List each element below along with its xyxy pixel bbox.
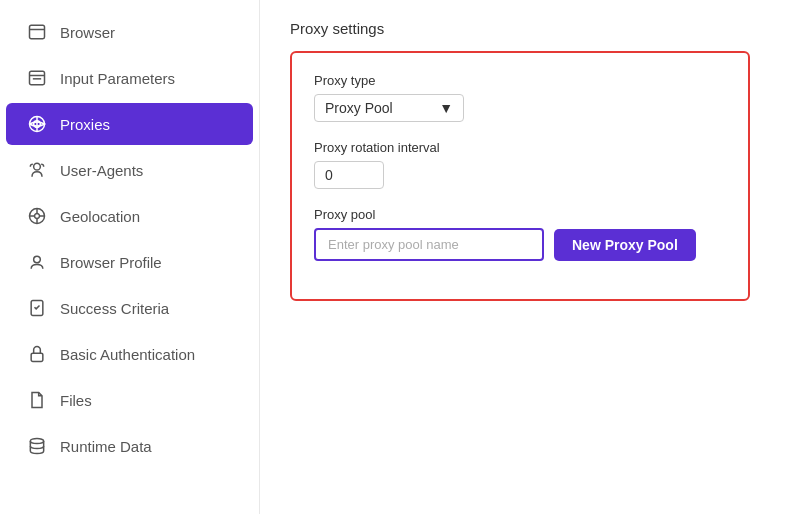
success-criteria-icon xyxy=(26,297,48,319)
proxies-icon xyxy=(26,113,48,135)
proxy-type-select[interactable]: Proxy Pool ▼ xyxy=(314,94,464,122)
section-title: Proxy settings xyxy=(290,20,776,37)
files-icon xyxy=(26,389,48,411)
input-parameters-icon xyxy=(26,67,48,89)
proxy-type-label: Proxy type xyxy=(314,73,726,88)
geolocation-icon xyxy=(26,205,48,227)
proxy-type-group: Proxy type Proxy Pool ▼ xyxy=(314,73,726,122)
svg-point-8 xyxy=(34,163,41,170)
sidebar: Browser Input Parameters Proxies xyxy=(0,0,260,514)
sidebar-item-browser[interactable]: Browser xyxy=(6,11,253,53)
proxy-type-value: Proxy Pool xyxy=(325,100,393,116)
main-content: Proxy settings Proxy type Proxy Pool ▼ P… xyxy=(260,0,806,514)
browser-icon xyxy=(26,21,48,43)
sidebar-item-files-label: Files xyxy=(60,392,92,409)
sidebar-item-user-agents[interactable]: User-Agents xyxy=(6,149,253,191)
svg-point-15 xyxy=(34,256,41,263)
sidebar-item-input-label: Input Parameters xyxy=(60,70,175,87)
sidebar-item-success-criteria-label: Success Criteria xyxy=(60,300,169,317)
svg-point-10 xyxy=(35,214,40,219)
sidebar-item-runtime-data[interactable]: Runtime Data xyxy=(6,425,253,467)
user-agents-icon xyxy=(26,159,48,181)
proxy-settings-box: Proxy type Proxy Pool ▼ Proxy rotation i… xyxy=(290,51,750,301)
sidebar-item-geolocation[interactable]: Geolocation xyxy=(6,195,253,237)
browser-profile-icon xyxy=(26,251,48,273)
sidebar-item-browser-profile[interactable]: Browser Profile xyxy=(6,241,253,283)
sidebar-item-files[interactable]: Files xyxy=(6,379,253,421)
proxy-rotation-input[interactable]: 0 xyxy=(314,161,384,189)
proxy-rotation-group: Proxy rotation interval 0 xyxy=(314,140,726,189)
sidebar-item-input-parameters[interactable]: Input Parameters xyxy=(6,57,253,99)
sidebar-item-browser-profile-label: Browser Profile xyxy=(60,254,162,271)
proxy-pool-label: Proxy pool xyxy=(314,207,726,222)
runtime-data-icon xyxy=(26,435,48,457)
sidebar-item-runtime-data-label: Runtime Data xyxy=(60,438,152,455)
svg-rect-2 xyxy=(30,71,45,84)
sidebar-item-user-agents-label: User-Agents xyxy=(60,162,143,179)
sidebar-item-success-criteria[interactable]: Success Criteria xyxy=(6,287,253,329)
basic-auth-icon xyxy=(26,343,48,365)
proxy-pool-row: New Proxy Pool xyxy=(314,228,726,261)
proxy-rotation-label: Proxy rotation interval xyxy=(314,140,726,155)
proxy-pool-group: Proxy pool New Proxy Pool xyxy=(314,207,726,261)
svg-point-18 xyxy=(30,439,43,444)
new-proxy-pool-button[interactable]: New Proxy Pool xyxy=(554,229,696,261)
sidebar-item-browser-label: Browser xyxy=(60,24,115,41)
svg-rect-0 xyxy=(30,25,45,38)
svg-rect-17 xyxy=(31,353,43,361)
sidebar-item-basic-auth-label: Basic Authentication xyxy=(60,346,195,363)
chevron-down-icon: ▼ xyxy=(439,100,453,116)
sidebar-item-proxies-label: Proxies xyxy=(60,116,110,133)
sidebar-item-proxies[interactable]: Proxies xyxy=(6,103,253,145)
sidebar-item-geolocation-label: Geolocation xyxy=(60,208,140,225)
proxy-pool-input[interactable] xyxy=(314,228,544,261)
sidebar-item-basic-authentication[interactable]: Basic Authentication xyxy=(6,333,253,375)
